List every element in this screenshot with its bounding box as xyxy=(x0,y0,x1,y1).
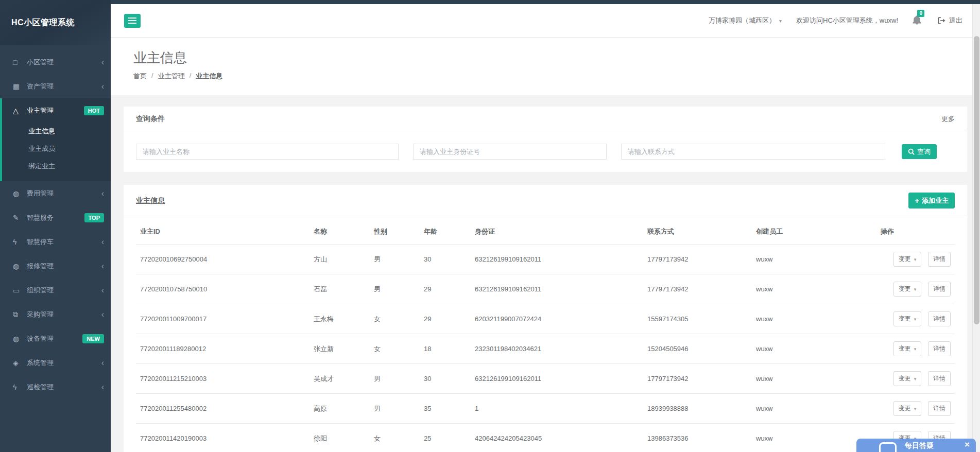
hot-badge: HOT xyxy=(84,106,104,115)
sidebar-item-repair-mgmt[interactable]: ◍ 报修管理 ‹ xyxy=(0,254,111,278)
cell-name: 张立新 xyxy=(310,334,370,364)
cell-gender: 男 xyxy=(370,245,420,274)
cell-owner-id: 772020011215210003 xyxy=(136,364,310,394)
chevron-left-icon: ‹ xyxy=(101,310,104,319)
breadcrumb-current: 业主信息 xyxy=(196,72,222,81)
sidebar-item-label: 报修管理 xyxy=(27,262,101,271)
chat-bubble-icon xyxy=(879,442,897,452)
cell-idcard: 632126199109162011 xyxy=(471,245,643,274)
sidebar-item-smart-parking[interactable]: ϟ 智慧停车 ‹ xyxy=(0,230,111,254)
cell-creator: wuxw xyxy=(752,304,876,334)
chevron-left-icon: ‹ xyxy=(101,189,104,198)
subitem-label: 业主信息 xyxy=(28,127,55,136)
cell-age: 29 xyxy=(420,304,471,334)
add-owner-button[interactable]: + 添加业主 xyxy=(908,193,955,208)
cell-age: 35 xyxy=(420,394,471,424)
cell-phone: 18939938888 xyxy=(643,394,752,424)
sidebar-item-device-mgmt[interactable]: ◍ 设备管理 NEW xyxy=(0,326,111,351)
sidebar-item-label: 小区管理 xyxy=(27,58,101,67)
sidebar-item-org-mgmt[interactable]: ▭ 组织管理 ‹ xyxy=(0,278,111,302)
desktop-icon: □ xyxy=(13,58,27,66)
cell-idcard: 420642424205423045 xyxy=(471,424,643,452)
breadcrumb-home[interactable]: 首页 xyxy=(133,72,147,81)
chevron-down-icon: ▾ xyxy=(914,287,917,292)
sidebar-item-system-mgmt[interactable]: ◈ 系统管理 ‹ xyxy=(0,351,111,375)
subitem-label: 业主成员 xyxy=(28,144,55,153)
sidebar-item-inspection-mgmt[interactable]: ϟ 巡检管理 ‹ xyxy=(0,375,111,399)
search-icon xyxy=(908,148,915,155)
app-logo: HC小区管理系统 xyxy=(0,0,111,45)
owner-phone-input[interactable] xyxy=(621,144,885,160)
more-link[interactable]: 更多 xyxy=(941,114,955,124)
breadcrumb-separator: / xyxy=(151,72,153,81)
sidebar-item-community-mgmt[interactable]: □ 小区管理 ‹ xyxy=(0,50,111,74)
hamburger-icon[interactable] xyxy=(124,14,141,28)
cell-gender: 女 xyxy=(370,334,420,364)
logout-button[interactable]: 退出 xyxy=(938,16,962,25)
th-grid-icon: ▦ xyxy=(13,82,27,91)
monitor-icon: ▭ xyxy=(13,286,27,294)
cell-age: 30 xyxy=(420,364,471,394)
cell-phone: 15597174305 xyxy=(643,304,752,334)
change-button[interactable]: 变更▾ xyxy=(893,341,922,356)
table-header-row: 业主ID 名称 性别 年龄 身份证 联系方式 创建员工 操作 xyxy=(136,219,955,245)
sidebar-item-owner-mgmt[interactable]: △ 业主管理 HOT xyxy=(2,98,111,123)
change-button[interactable]: 变更▾ xyxy=(893,371,922,386)
community-dropdown[interactable]: 万博家博园（城西区） ▾ xyxy=(709,16,782,25)
table-row: 772020010692750004 方山 男 30 6321261991091… xyxy=(136,245,955,274)
cell-owner-id: 772020011189280012 xyxy=(136,334,310,364)
sidebar-item-label: 设备管理 xyxy=(27,334,82,343)
chevron-down-icon: ▾ xyxy=(779,18,782,24)
scrollbar-thumb[interactable] xyxy=(974,36,979,324)
cell-idcard: 232301198402034621 xyxy=(471,334,643,364)
sidebar-item-smart-service[interactable]: ✎ 智慧服务 TOP xyxy=(0,205,111,230)
detail-button[interactable]: 详情 xyxy=(928,401,951,416)
breadcrumb-section[interactable]: 业主管理 xyxy=(158,72,185,81)
sidebar-subitem-owner-members[interactable]: 业主成员 xyxy=(2,140,111,158)
owner-idcard-input[interactable] xyxy=(413,144,607,160)
detail-button[interactable]: 详情 xyxy=(928,252,951,267)
change-button[interactable]: 变更▾ xyxy=(893,401,922,416)
detail-button[interactable]: 详情 xyxy=(928,341,951,356)
notifications-button[interactable]: 0 xyxy=(913,15,921,26)
cell-creator: wuxw xyxy=(752,334,876,364)
cell-age: 30 xyxy=(420,245,471,274)
change-label: 变更 xyxy=(899,374,911,383)
query-panel: 查询条件 更多 查询 xyxy=(124,107,967,172)
chevron-left-icon: ‹ xyxy=(101,238,104,246)
cell-gender: 男 xyxy=(370,394,420,424)
cell-age: 18 xyxy=(420,334,471,364)
cell-idcard: 1 xyxy=(471,394,643,424)
sidebar-subitem-bind-owner[interactable]: 绑定业主 xyxy=(2,158,111,175)
sidebar-item-purchase-mgmt[interactable]: ⧉ 采购管理 ‹ xyxy=(0,302,111,326)
change-button[interactable]: 变更▾ xyxy=(893,252,922,267)
sidebar-item-label: 智慧停车 xyxy=(27,237,101,247)
page-heading: 业主信息 首页 / 业主管理 / 业主信息 xyxy=(111,38,980,95)
sidebar-subitem-owner-info[interactable]: 业主信息 xyxy=(2,123,111,140)
app-title: HC小区管理系统 xyxy=(11,18,75,28)
detail-button[interactable]: 详情 xyxy=(928,282,951,297)
close-icon[interactable]: × xyxy=(965,440,970,450)
community-name: 万博家博园（城西区） xyxy=(709,16,776,25)
add-owner-label: 添加业主 xyxy=(922,196,949,205)
col-header-age: 年龄 xyxy=(420,219,471,245)
col-header-phone: 联系方式 xyxy=(643,219,752,245)
change-button[interactable]: 变更▾ xyxy=(893,282,922,297)
detail-label: 详情 xyxy=(933,344,945,353)
cell-creator: wuxw xyxy=(752,274,876,304)
chevron-down-icon: ▾ xyxy=(914,317,917,322)
detail-button[interactable]: 详情 xyxy=(928,371,951,386)
new-badge: NEW xyxy=(82,334,104,343)
subitem-label: 绑定业主 xyxy=(28,162,55,171)
detail-button[interactable]: 详情 xyxy=(928,311,951,326)
chat-widget[interactable]: 每日答疑 × xyxy=(856,439,976,452)
change-button[interactable]: 变更▾ xyxy=(893,311,922,326)
owner-name-input[interactable] xyxy=(136,144,399,160)
sidebar-item-label: 智慧服务 xyxy=(27,213,84,222)
sidebar-item-asset-mgmt[interactable]: ▦ 资产管理 ‹ xyxy=(0,74,111,98)
sidebar-item-fee-mgmt[interactable]: ◍ 费用管理 ‹ xyxy=(0,181,111,205)
edit-icon: ✎ xyxy=(13,214,27,222)
cell-name: 高原 xyxy=(310,394,370,424)
cell-phone: 17797173942 xyxy=(643,364,752,394)
search-button[interactable]: 查询 xyxy=(902,144,937,159)
